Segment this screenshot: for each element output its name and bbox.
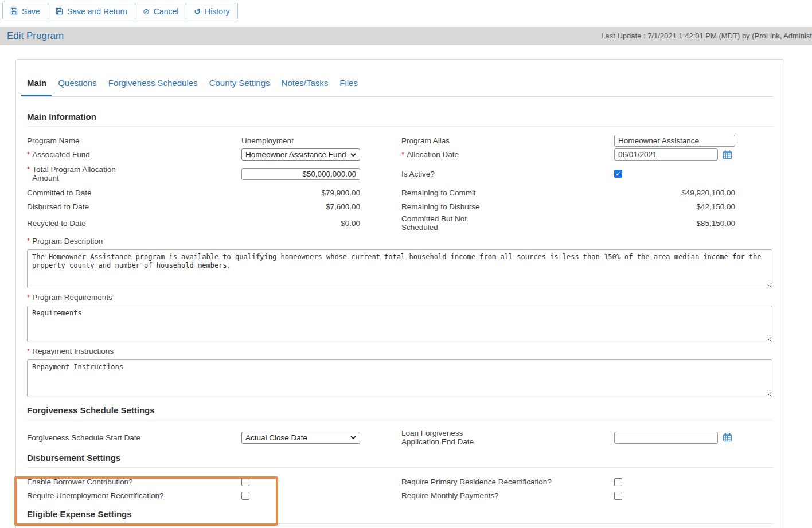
calendar-icon[interactable] — [723, 150, 732, 159]
save-button-label: Save — [22, 7, 40, 16]
program-description-textarea[interactable]: The Homeowner Assistance program is avai… — [27, 249, 772, 288]
tab-forgiveness-schedules[interactable]: Forgiveness Schedules — [103, 73, 204, 96]
associated-fund-label: *Associated Fund — [27, 150, 241, 159]
history-undo-icon: ↺ — [194, 7, 201, 15]
disbursed-to-date-label: Disbursed to Date — [27, 202, 241, 211]
section-divider — [27, 467, 774, 468]
toolbar-button-group: Save Save and Return ⊘ Cancel ↺ History — [2, 3, 238, 19]
tab-questions[interactable]: Questions — [52, 73, 103, 96]
chevron-down-icon — [350, 436, 356, 439]
program-name-label: Program Name — [27, 136, 241, 145]
save-button[interactable]: Save — [2, 3, 48, 19]
chevron-down-icon — [350, 153, 356, 157]
associated-fund-select[interactable]: Homeowner Assistance Fund — [241, 148, 360, 161]
total-program-allocation-label: *Total Program Allocation Amount — [27, 165, 241, 182]
floppy-disk-icon — [10, 7, 18, 15]
committed-but-not-scheduled-label: Committed But Not Scheduled — [401, 214, 614, 232]
cancel-button-label: Cancel — [154, 7, 179, 16]
forgiveness-schedule-start-date-label: Forgiveness Schedule Start Date — [27, 433, 241, 442]
loan-forgiveness-application-end-date-input[interactable] — [614, 432, 718, 444]
last-update-text: Last Update : 7/1/2021 1:42:01 PM (MDT) … — [601, 27, 812, 45]
history-button[interactable]: ↺ History — [186, 3, 237, 19]
committed-to-date-label: Committed to Date — [27, 189, 241, 197]
section-title-eligible-expense-settings: Eligible Expense Settings — [27, 509, 773, 519]
section-title-disbursement-settings: Disbursement Settings — [27, 453, 773, 463]
tab-county-settings[interactable]: County Settings — [204, 73, 276, 96]
cancel-button[interactable]: ⊘ Cancel — [135, 3, 186, 19]
cancel-circle-slash-icon: ⊘ — [143, 7, 150, 15]
program-alias-label: Program Alias — [401, 136, 614, 145]
program-description-label: *Program Description — [27, 237, 773, 245]
committed-but-not-scheduled-value: $85,150.00 — [614, 219, 735, 228]
section-divider — [27, 420, 774, 420]
page-header-bar: Edit Program Last Update : 7/1/2021 1:42… — [0, 27, 812, 45]
section-divider — [27, 126, 774, 127]
loan-forgiveness-application-end-date-label: Loan Forgiveness Application End Date — [401, 429, 614, 446]
repayment-instructions-label: *Repayment Instructions — [27, 347, 773, 355]
tab-main[interactable]: Main — [21, 73, 52, 96]
enable-borrower-contribution-checkbox[interactable] — [241, 478, 249, 486]
is-active-checkbox[interactable] — [614, 170, 622, 178]
associated-fund-selected-value: Homeowner Assistance Fund — [245, 150, 346, 159]
recycled-to-date-value: $0.00 — [241, 219, 360, 228]
tab-bar: Main Questions Forgiveness Schedules Cou… — [21, 73, 773, 97]
page-title: Edit Program — [0, 30, 64, 42]
save-and-return-button[interactable]: Save and Return — [48, 3, 135, 19]
program-alias-input[interactable] — [614, 135, 735, 147]
require-monthly-payments-checkbox[interactable] — [614, 492, 622, 500]
remaining-to-commit-value: $49,920,100.00 — [614, 189, 735, 197]
tab-notes-tasks[interactable]: Notes/Tasks — [276, 73, 334, 96]
forgiveness-schedule-start-date-selected-value: Actual Close Date — [245, 433, 307, 442]
disbursed-to-date-value: $7,600.00 — [241, 202, 360, 211]
remaining-to-commit-label: Remaining to Commit — [401, 189, 614, 197]
calendar-icon[interactable] — [723, 433, 732, 442]
total-program-allocation-input[interactable] — [241, 168, 360, 180]
remaining-to-disburse-label: Remaining to Disburse — [401, 202, 614, 211]
require-primary-residence-recertification-label: Require Primary Residence Recertificatio… — [401, 478, 614, 486]
edit-program-card: Main Questions Forgiveness Schedules Cou… — [15, 59, 784, 528]
section-title-forgiveness-schedule-settings: Forgiveness Schedule Settings — [27, 405, 773, 415]
save-and-return-button-label: Save and Return — [67, 7, 127, 16]
allocation-date-input[interactable] — [614, 148, 718, 161]
committed-to-date-value: $79,900.00 — [241, 189, 360, 197]
toolbar: Save Save and Return ⊘ Cancel ↺ History — [0, 0, 812, 19]
require-unemployment-recertification-checkbox[interactable] — [241, 492, 249, 500]
require-primary-residence-recertification-checkbox[interactable] — [614, 478, 622, 486]
tab-files[interactable]: Files — [334, 73, 364, 96]
allocation-date-label: *Allocation Date — [401, 150, 614, 159]
recycled-to-date-label: Recycled to Date — [27, 219, 241, 228]
repayment-instructions-textarea[interactable]: Repayment Instructions — [27, 359, 772, 397]
enable-borrower-contribution-label: Enable Borrower Contribution? — [27, 478, 241, 486]
history-button-label: History — [205, 7, 230, 16]
floppy-disk-icon — [56, 7, 63, 15]
require-monthly-payments-label: Require Monthly Payments? — [401, 491, 614, 500]
program-requirements-label: *Program Requirements — [27, 293, 773, 302]
section-divider — [27, 523, 774, 524]
program-requirements-textarea[interactable]: Requirements — [27, 306, 772, 342]
section-title-main-information: Main Information — [27, 112, 773, 122]
is-active-label: Is Active? — [401, 170, 614, 178]
require-unemployment-recertification-label: Require Unemployment Recertification? — [27, 491, 241, 500]
forgiveness-schedule-start-date-select[interactable]: Actual Close Date — [241, 432, 360, 444]
remaining-to-disburse-value: $42,150.00 — [614, 202, 735, 211]
program-name-value: Unemployment — [241, 136, 294, 145]
